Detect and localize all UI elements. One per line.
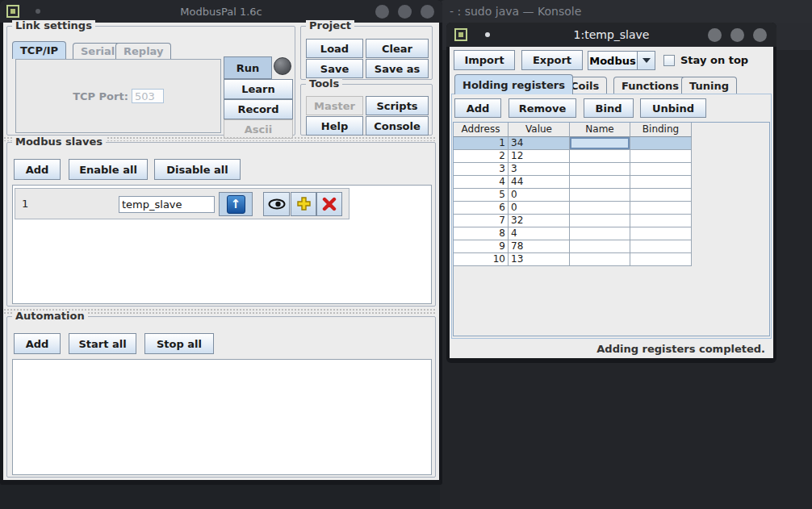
delete-slave-button[interactable] <box>316 192 342 216</box>
chevron-down-icon <box>642 58 651 63</box>
add-register-button[interactable]: Add <box>454 98 501 118</box>
import-button[interactable]: Import <box>454 50 515 70</box>
learn-button[interactable]: Learn <box>224 79 293 99</box>
stay-on-top-checkbox[interactable] <box>663 55 675 66</box>
temp-slave-content: Import Export Modbus Stay on top Holding… <box>450 47 773 358</box>
automation-title: Automation <box>12 311 88 322</box>
combobox-arrow-button[interactable] <box>637 52 655 69</box>
table-row[interactable]: 10 13 <box>454 253 692 266</box>
slave-list: 1 ↑ <box>12 185 432 304</box>
modbus-slaves-title: Modbus slaves <box>12 136 106 148</box>
tab-tuning[interactable]: Tuning <box>681 77 737 94</box>
export-button[interactable]: Export <box>521 50 583 70</box>
link-status-led-icon <box>274 57 291 75</box>
table-row[interactable]: 3 3 <box>454 163 692 176</box>
project-title: Project <box>306 20 354 31</box>
tcp-port-label: TCP Port: <box>73 90 128 102</box>
remove-register-button[interactable]: Remove <box>509 98 576 118</box>
konsole-titlebar[interactable]: - : sudo java — Konsole <box>440 0 812 23</box>
table-row[interactable]: 2 12 <box>454 150 692 163</box>
enable-all-button[interactable]: Enable all <box>69 159 148 180</box>
table-row[interactable]: 6 0 <box>454 202 692 215</box>
table-header: Address Value Name Binding <box>454 123 769 137</box>
temp-slave-titlebar[interactable]: 1:temp_slave <box>446 23 776 47</box>
master-button: Master <box>306 96 363 115</box>
run-button[interactable]: Run <box>224 56 272 79</box>
stay-on-top-label: Stay on top <box>680 54 748 66</box>
add-automation-button[interactable]: Add <box>14 333 61 354</box>
window-close-button[interactable] <box>753 28 767 42</box>
save-as-button[interactable]: Save as <box>366 59 429 78</box>
modbus-slaves-group: Modbus slaves Add Enable all Disable all… <box>6 142 436 307</box>
tab-holding-registers[interactable]: Holding registers <box>454 74 573 94</box>
col-value[interactable]: Value <box>509 123 570 137</box>
window-close-button[interactable] <box>421 5 434 19</box>
tab-functions[interactable]: Functions <box>613 77 687 94</box>
col-address[interactable]: Address <box>454 123 509 137</box>
focused-cell[interactable] <box>570 137 630 150</box>
scripts-button[interactable]: Scripts <box>366 96 429 115</box>
enable-slave-toggle[interactable]: ↑ <box>219 192 253 216</box>
col-name[interactable]: Name <box>570 123 630 137</box>
plus-icon <box>295 196 312 212</box>
help-button[interactable]: Help <box>306 116 363 136</box>
show-slave-button[interactable] <box>263 192 290 216</box>
up-arrow-icon: ↑ <box>227 195 245 214</box>
mode-combobox-value: Modbus <box>588 52 637 69</box>
duplicate-slave-button[interactable] <box>291 192 316 216</box>
table-row[interactable]: 9 78 <box>454 240 692 253</box>
modbuspal-window: ModbusPal 1.6c Link settings TCP/IP Seri… <box>0 0 442 485</box>
window-maximize-button[interactable] <box>398 5 412 19</box>
eye-icon <box>268 198 286 210</box>
link-settings-title: Link settings <box>12 20 95 31</box>
window-minimize-button[interactable] <box>375 5 389 19</box>
load-button[interactable]: Load <box>306 39 363 58</box>
status-bar: Adding registers completed. <box>450 340 773 358</box>
stop-all-button[interactable]: Stop all <box>144 333 214 354</box>
slave-name-field[interactable] <box>119 196 215 213</box>
automation-group: Automation Add Start all Stop all <box>6 316 436 478</box>
clear-button[interactable]: Clear <box>366 39 429 58</box>
bind-button[interactable]: Bind <box>584 98 634 118</box>
tcpip-tab-panel: TCP Port: <box>15 59 221 133</box>
slave-id: 1 <box>22 198 28 210</box>
window-minimize-button[interactable] <box>708 28 722 42</box>
unbind-button[interactable]: Unbind <box>640 98 706 118</box>
window-maximize-button[interactable] <box>730 28 744 42</box>
tools-group: Tools Master Scripts Help Console <box>300 84 433 136</box>
close-icon <box>322 197 337 211</box>
table-body: 1 34 2 12 3 3 4 44 <box>454 137 692 266</box>
temp-slave-window: 1:temp_slave Import Export Modbus Stay o… <box>446 23 776 363</box>
disable-all-button[interactable]: Disable all <box>154 159 241 180</box>
add-slave-button[interactable]: Add <box>14 159 61 180</box>
konsole-title: - : sudo java — Konsole <box>450 5 581 18</box>
col-binding[interactable]: Binding <box>630 123 692 137</box>
tcp-port-field <box>132 89 164 103</box>
automation-list <box>12 359 432 475</box>
table-row[interactable]: 7 32 <box>454 215 692 227</box>
tab-replay: Replay <box>115 43 171 59</box>
mode-combobox[interactable]: Modbus <box>588 51 655 70</box>
save-button[interactable]: Save <box>306 59 363 78</box>
console-button[interactable]: Console <box>366 116 429 136</box>
slave-row: 1 ↑ <box>15 188 349 219</box>
status-text: Adding registers completed. <box>596 343 765 355</box>
record-button[interactable]: Record <box>224 99 293 119</box>
table-row[interactable]: 5 0 <box>454 189 692 202</box>
table-row[interactable]: 4 44 <box>454 176 692 189</box>
project-group: Project Load Clear Save Save as <box>300 26 433 80</box>
registers-scrollpane: Address Value Name Binding 1 34 2 12 <box>453 122 770 336</box>
tab-tcpip[interactable]: TCP/IP <box>12 41 66 59</box>
table-row[interactable]: 8 4 <box>454 227 692 240</box>
tools-title: Tools <box>306 78 342 90</box>
start-all-button[interactable]: Start all <box>69 333 136 354</box>
table-row[interactable]: 1 34 <box>454 137 692 150</box>
modbuspal-content: Link settings TCP/IP Serial Replay TCP P… <box>3 23 439 480</box>
link-settings-group: Link settings TCP/IP Serial Replay TCP P… <box>6 26 295 136</box>
